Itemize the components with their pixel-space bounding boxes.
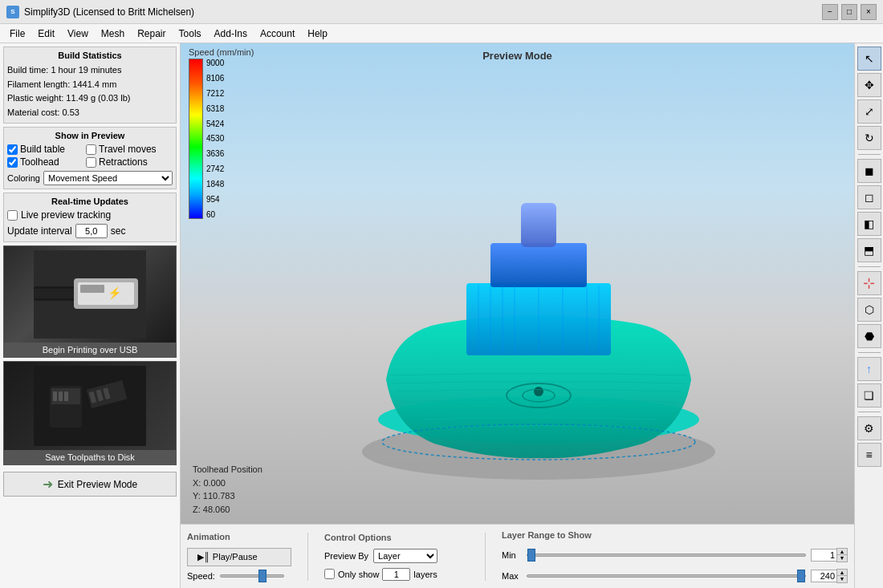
side-view-button[interactable]: ◧ <box>857 212 881 236</box>
menu-help[interactable]: Help <box>301 26 334 41</box>
layers-button[interactable]: ≡ <box>857 443 881 467</box>
live-preview-row: Live preview tracking <box>7 209 173 221</box>
close-button[interactable]: × <box>861 4 877 20</box>
menu-tools[interactable]: Tools <box>173 26 208 41</box>
top-view-button[interactable]: ⬒ <box>857 238 881 262</box>
max-label: Max <box>502 571 522 581</box>
svg-rect-12 <box>64 391 68 401</box>
legend-title: Speed (mm/min) <box>189 47 254 57</box>
show-in-preview-title: Show in Preview <box>7 131 173 140</box>
max-spin-down[interactable]: ▼ <box>837 576 847 582</box>
legend-val-8106: 8106 <box>206 74 224 83</box>
legend-labels: 9000 8106 7212 6318 5424 4530 3636 2742 … <box>206 59 224 219</box>
menu-add-ins[interactable]: Add-Ins <box>208 26 254 41</box>
toolbar-separator-4 <box>858 412 881 412</box>
y-axis-button[interactable]: ↑ <box>857 357 881 381</box>
layers-label: layers <box>413 570 437 579</box>
max-value-input[interactable] <box>811 570 836 582</box>
build-stats-text: Build time: 1 hour 19 minutes Filament l… <box>7 63 173 120</box>
zoom-box-button[interactable]: ⤢ <box>857 99 881 124</box>
menubar: File Edit View Mesh Repair Tools Add-Ins… <box>0 24 883 43</box>
settings-button[interactable]: ⚙ <box>857 416 881 440</box>
toolhead-checkbox[interactable] <box>7 157 18 168</box>
filament-length: Filament length: 1441.4 mm <box>7 78 173 92</box>
pan-tool-button[interactable]: ✥ <box>857 73 881 97</box>
coloring-row: Coloring Movement Speed Feature Type Tem… <box>7 171 173 185</box>
speed-slider[interactable] <box>220 574 284 578</box>
layer-range-title: Layer Range to Show <box>502 530 848 540</box>
retractions-checkbox[interactable] <box>86 157 96 168</box>
menu-edit[interactable]: Edit <box>31 26 61 41</box>
min-value-input[interactable] <box>811 549 836 562</box>
separator-2 <box>485 533 486 581</box>
build-statistics-section: Build Statistics Build time: 1 hour 19 m… <box>3 47 177 124</box>
legend-val-6318: 6318 <box>206 104 224 113</box>
toolhead-label: Toolhead <box>20 156 59 168</box>
build-statistics-title: Build Statistics <box>7 51 173 60</box>
max-spin-buttons: ▲ ▼ <box>836 569 848 583</box>
play-pause-button[interactable]: ▶║ Play/Pause <box>187 548 291 566</box>
canvas-area[interactable]: Preview Mode Speed (mm/min) 9000 8106 72… <box>181 43 854 524</box>
bottom-controls: Animation ▶║ Play/Pause Speed: Control O… <box>181 524 854 588</box>
toolhead-x: X: 0.000 <box>193 476 262 490</box>
travel-moves-label: Travel moves <box>99 144 157 155</box>
update-interval-label: Update interval <box>7 225 72 237</box>
usb-print-label: Begin Printing over USB <box>4 343 176 357</box>
menu-account[interactable]: Account <box>254 26 301 41</box>
maximize-button[interactable]: □ <box>841 4 857 20</box>
menu-mesh[interactable]: Mesh <box>95 26 131 41</box>
preview-mode-label: Preview Mode <box>482 50 552 62</box>
min-spin-down[interactable]: ▼ <box>837 555 847 562</box>
speed-row: Speed: <box>187 571 291 581</box>
material-cost: Material cost: 0.53 <box>7 106 173 120</box>
axis-view-button[interactable]: ⊹ <box>857 271 881 295</box>
svg-rect-10 <box>53 391 57 401</box>
part-view-button[interactable]: ❏ <box>857 383 881 408</box>
travel-moves-checkbox[interactable] <box>86 144 96 155</box>
perspective-button[interactable]: ◼ <box>857 159 881 183</box>
only-show-checkbox[interactable] <box>324 569 335 579</box>
usb-print-card[interactable]: ⚡ Begin Printing over USB <box>3 245 177 358</box>
build-table-checkbox-item: Build table <box>7 144 79 155</box>
build-table-label: Build table <box>20 144 65 155</box>
legend-gradient-bar <box>189 59 203 219</box>
exit-preview-button[interactable]: ➜ Exit Preview Mode <box>3 472 177 497</box>
coloring-select[interactable]: Movement Speed Feature Type Temperature … <box>43 171 173 185</box>
toolbar-separator-1 <box>858 154 881 155</box>
menu-view[interactable]: View <box>61 26 95 41</box>
exit-arrow-icon: ➜ <box>43 476 53 492</box>
retractions-checkbox-item: Retractions <box>86 156 158 168</box>
max-spin-up[interactable]: ▲ <box>837 570 847 576</box>
menu-repair[interactable]: Repair <box>131 26 172 41</box>
wireframe-button[interactable]: ⬣ <box>857 324 881 348</box>
sd-card-label: Save Toolpaths to Disk <box>4 450 176 464</box>
sd-image <box>4 362 176 450</box>
preview-by-select[interactable]: Layer Feature Time <box>373 549 437 563</box>
front-view-button[interactable]: ◻ <box>857 185 881 209</box>
only-show-input[interactable] <box>382 568 410 581</box>
live-preview-checkbox[interactable] <box>7 210 18 221</box>
minimize-button[interactable]: − <box>822 4 838 20</box>
svg-point-25 <box>534 387 543 396</box>
coloring-label: Coloring <box>7 173 40 183</box>
toolbar-separator-3 <box>858 352 881 353</box>
titlebar: S Simplify3D (Licensed to Britt Michelse… <box>0 0 883 24</box>
min-range-slider[interactable] <box>527 554 806 557</box>
box-view-button[interactable]: ⬡ <box>857 298 881 322</box>
legend-val-2742: 2742 <box>206 164 224 173</box>
toolhead-position-title: Toolhead Position <box>193 463 262 476</box>
build-table-checkbox[interactable] <box>7 144 18 155</box>
menu-file[interactable]: File <box>3 26 31 41</box>
exit-preview-label: Exit Preview Mode <box>58 479 137 490</box>
max-range-slider[interactable] <box>527 574 806 578</box>
toolhead-y: Y: 110.783 <box>193 489 262 503</box>
legend-val-3636: 3636 <box>206 149 224 158</box>
min-spin-up[interactable]: ▲ <box>837 549 847 555</box>
titlebar-controls[interactable]: − □ × <box>822 4 877 20</box>
animation-title: Animation <box>187 532 291 541</box>
preview-by-label: Preview By <box>324 551 368 561</box>
select-tool-button[interactable]: ↖ <box>857 47 881 71</box>
sd-card-button[interactable]: Save Toolpaths to Disk <box>3 361 177 465</box>
rotate-tool-button[interactable]: ↻ <box>857 126 881 150</box>
update-interval-input[interactable] <box>75 224 108 238</box>
